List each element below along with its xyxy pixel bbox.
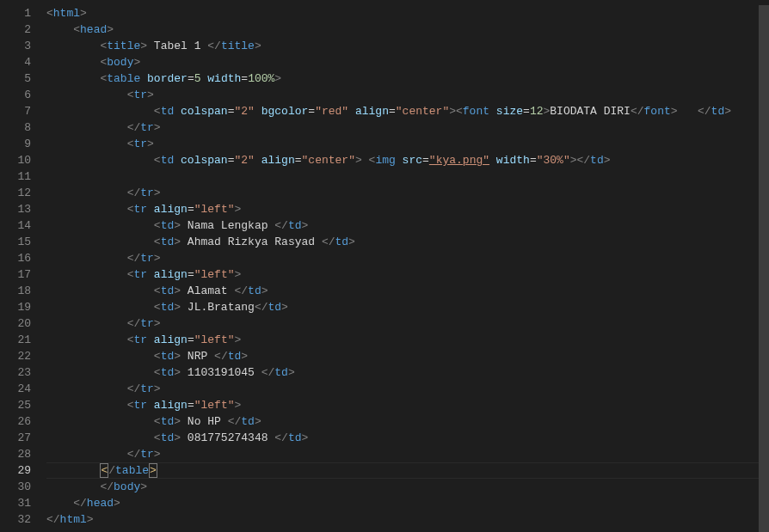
code-line[interactable]: </body>: [46, 479, 769, 495]
code-line[interactable]: <td> Nama Lengkap </td>: [46, 217, 769, 234]
code-line[interactable]: </head>: [46, 495, 769, 511]
line-num: 19: [0, 299, 31, 315]
line-num: 9: [0, 136, 31, 152]
line-num: 31: [0, 495, 31, 511]
code-line[interactable]: <td> 081775274348 </td>: [46, 430, 769, 446]
code-line[interactable]: <tr align="left">: [46, 201, 769, 217]
code-line[interactable]: </tr>: [46, 119, 769, 136]
code-line[interactable]: <td colspan="2" bgcolor="red" align="cen…: [46, 103, 769, 119]
line-num: 21: [0, 332, 31, 348]
code-line[interactable]: <td> NRP </td>: [46, 348, 769, 364]
code-line[interactable]: </table>: [46, 462, 769, 479]
code-line[interactable]: <head>: [46, 21, 769, 38]
code-line[interactable]: <title> Tabel 1 </title>: [46, 38, 769, 54]
vertical-scrollbar[interactable]: [759, 5, 769, 532]
line-num: 24: [0, 381, 31, 397]
line-num: 28: [0, 446, 31, 462]
code-line[interactable]: </tr>: [46, 315, 769, 332]
scroll-thumb[interactable]: [759, 5, 769, 532]
line-num: 10: [0, 152, 31, 168]
code-line[interactable]: <table border=5 width=100%>: [46, 70, 769, 87]
line-num: 7: [0, 103, 31, 119]
line-num: 32: [0, 511, 31, 528]
code-line[interactable]: <tr align="left">: [46, 332, 769, 348]
code-line[interactable]: </tr>: [46, 446, 769, 462]
line-num: 14: [0, 217, 31, 234]
code-line[interactable]: </tr>: [46, 250, 769, 266]
code-editor[interactable]: 1 2 3 4 5 6 7 8 9 10 11 12 13 14 15 16 1…: [0, 0, 769, 532]
line-num: 1: [0, 5, 31, 21]
line-num: 11: [0, 168, 31, 185]
line-num: 5: [0, 70, 31, 87]
code-line[interactable]: [46, 168, 769, 185]
line-num: 25: [0, 397, 31, 413]
code-line[interactable]: <td> JL.Bratang</td>: [46, 299, 769, 315]
code-line[interactable]: <html>: [46, 5, 769, 21]
code-line[interactable]: <tr>: [46, 136, 769, 152]
code-line[interactable]: <td> Alamat </td>: [46, 283, 769, 299]
code-line[interactable]: </tr>: [46, 185, 769, 201]
line-num: 15: [0, 234, 31, 250]
line-num: 8: [0, 119, 31, 136]
line-num: 18: [0, 283, 31, 299]
code-line[interactable]: </tr>: [46, 381, 769, 397]
code-area[interactable]: <html> <head> <title> Tabel 1 </title> <…: [46, 5, 769, 532]
line-num: 12: [0, 185, 31, 201]
line-num: 23: [0, 364, 31, 381]
code-line[interactable]: <td> No HP </td>: [46, 413, 769, 430]
line-num: 16: [0, 250, 31, 266]
code-line[interactable]: <body>: [46, 54, 769, 70]
code-line[interactable]: <td colspan="2" align="center"> <img src…: [46, 152, 769, 168]
line-num: 4: [0, 54, 31, 70]
code-line[interactable]: </html>: [46, 511, 769, 528]
code-line[interactable]: <td> Ahmad Rizkya Rasyad </td>: [46, 234, 769, 250]
code-line[interactable]: <tr align="left">: [46, 397, 769, 413]
line-num: 30: [0, 479, 31, 495]
code-line[interactable]: <tr align="left">: [46, 266, 769, 283]
line-num: 6: [0, 87, 31, 103]
code-line[interactable]: <td> 1103191045 </td>: [46, 364, 769, 381]
code-line[interactable]: <tr>: [46, 87, 769, 103]
line-num: 20: [0, 315, 31, 332]
line-number-gutter: 1 2 3 4 5 6 7 8 9 10 11 12 13 14 15 16 1…: [0, 5, 46, 532]
line-num: 26: [0, 413, 31, 430]
line-num: 27: [0, 430, 31, 446]
line-num: 22: [0, 348, 31, 364]
line-num: 17: [0, 266, 31, 283]
line-num: 3: [0, 38, 31, 54]
line-num-current: 29: [0, 462, 31, 479]
line-num: 13: [0, 201, 31, 217]
line-num: 2: [0, 21, 31, 38]
